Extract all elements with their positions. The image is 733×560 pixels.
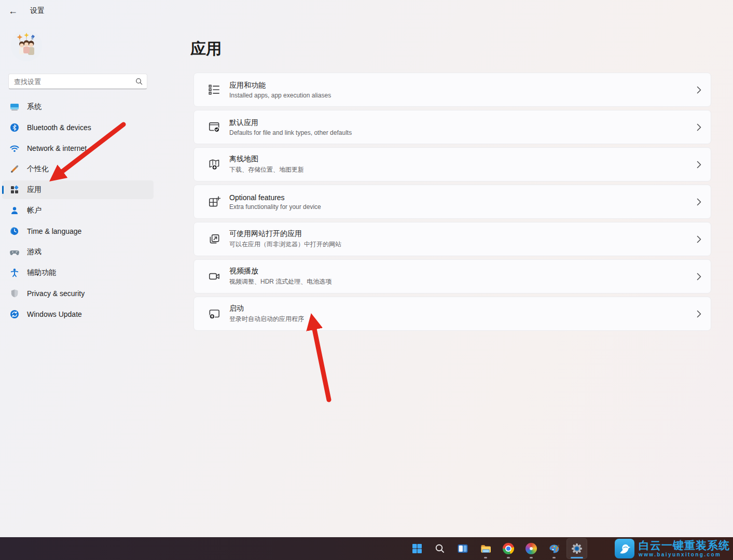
sidebar-item-label: Network & internet (27, 144, 87, 152)
gamepad-icon (9, 247, 20, 257)
sidebar-item-privacy-security[interactable]: Privacy & security (2, 284, 154, 303)
optional-features-icon (208, 195, 221, 208)
sidebar-item-label: 系统 (27, 102, 42, 111)
chevron-right-icon (697, 198, 701, 206)
sidebar-item-system[interactable]: 系统 (2, 97, 154, 116)
sidebar-item-network-internet[interactable]: Network & internet (2, 139, 154, 158)
row-title: 默认应用 (229, 118, 352, 128)
row-title: 视频播放 (229, 267, 331, 276)
sidebar-item-label: 个性化 (27, 164, 49, 174)
taskbar-search-button[interactable] (430, 538, 450, 559)
sidebar-item-accounts[interactable]: 帐户 (2, 201, 154, 220)
shield-icon (9, 288, 20, 299)
apps-features-list-icon (208, 83, 221, 96)
chevron-right-icon (697, 235, 701, 243)
sidebar-item-label: Bluetooth & devices (27, 123, 91, 132)
sidebar-item-label: Privacy & security (27, 289, 85, 298)
watermark: 白云一键重装系统 www.baiyunxitong.com (615, 537, 730, 560)
startup-icon (208, 307, 221, 320)
running-app-indicator (552, 557, 556, 558)
sidebar-item-label: 帐户 (27, 206, 42, 215)
row-title: 可使用网站打开的应用 (229, 229, 341, 239)
row-title: 应用和功能 (229, 81, 331, 90)
file-explorer-button[interactable] (475, 538, 496, 559)
sidebar-item-label: 游戏 (27, 247, 42, 257)
running-app-indicator (507, 557, 510, 558)
row-video-playback[interactable]: 视频播放 视频调整、HDR 流式处理、电池选项 (193, 259, 711, 293)
user-avatar[interactable] (11, 30, 42, 61)
row-title: 离线地图 (229, 155, 304, 164)
taskbar: 白云一键重装系统 www.baiyunxitong.com (0, 537, 733, 560)
row-title: Optional features (229, 193, 321, 202)
chevron-right-icon (697, 86, 701, 94)
row-default-apps[interactable]: 默认应用 Defaults for file and link types, o… (193, 110, 711, 144)
default-apps-icon (208, 120, 221, 134)
system-icon (9, 102, 20, 112)
settings-rows: 应用和功能 Installed apps, app execution alia… (193, 73, 711, 334)
chrome-button[interactable] (498, 538, 519, 559)
page-title: 应用 (190, 38, 222, 60)
clock-icon (9, 226, 20, 236)
sidebar-item-label: 应用 (27, 185, 42, 194)
watermark-title: 白云一键重装系统 (639, 540, 730, 551)
sidebar-item-windows-update[interactable]: Windows Update (2, 305, 154, 324)
search-input[interactable] (14, 78, 135, 86)
task-view-button[interactable] (452, 538, 473, 559)
sidebar-item-bluetooth-devices[interactable]: Bluetooth & devices (2, 118, 154, 137)
taskbar-icons (406, 537, 588, 560)
sidebar-item-label: 辅助功能 (27, 268, 56, 277)
row-apps-and-features[interactable]: 应用和功能 Installed apps, app execution alia… (193, 73, 711, 107)
wifi-icon (9, 143, 20, 153)
pinwheel-browser-button[interactable] (521, 538, 542, 559)
watermark-text: 白云一键重装系统 www.baiyunxitong.com (639, 540, 730, 557)
titlebar: ← 设置 (8, 6, 45, 16)
window-title: 设置 (30, 6, 45, 16)
sidebar-item-label: Windows Update (27, 310, 82, 318)
settings-search-box[interactable] (8, 74, 147, 89)
paint-app-button[interactable] (544, 538, 564, 559)
search-icon (135, 78, 143, 85)
chevron-right-icon (697, 161, 701, 169)
row-optional-features[interactable]: Optional features Extra functionality fo… (193, 185, 711, 219)
sidebar-item-time-language[interactable]: Time & language (2, 222, 154, 241)
running-app-indicator (484, 557, 487, 558)
sidebar-item-accessibility[interactable]: 辅助功能 (2, 263, 154, 282)
offline-maps-icon (208, 158, 221, 171)
row-apps-for-websites[interactable]: 可使用网站打开的应用 可以在应用（而非浏览器）中打开的网站 (193, 222, 711, 256)
active-app-indicator (571, 557, 583, 558)
sidebar-item-apps[interactable]: 应用 (2, 180, 154, 199)
settings-app-button[interactable] (566, 538, 587, 559)
sidebar-item-gaming[interactable]: 游戏 (2, 243, 154, 261)
paint-palette-icon (548, 543, 560, 555)
chevron-right-icon (697, 273, 701, 281)
running-app-indicator (530, 557, 533, 558)
back-button[interactable]: ← (8, 6, 18, 16)
row-subtitle: 可以在应用（而非浏览器）中打开的网站 (229, 240, 341, 249)
accessibility-person-icon (9, 268, 20, 278)
chrome-icon (503, 543, 514, 554)
row-subtitle: Defaults for file and link types, other … (229, 129, 352, 136)
sidebar-item-personalization[interactable]: 个性化 (2, 160, 154, 178)
row-subtitle: 登录时自动启动的应用程序 (229, 315, 304, 324)
chevron-right-icon (697, 123, 701, 131)
taskbar-search-icon (434, 543, 446, 554)
personalization-brush-icon (9, 164, 20, 174)
file-explorer-icon (480, 543, 492, 555)
avatar-cartoon (11, 30, 42, 61)
accounts-person-icon (9, 205, 20, 216)
row-startup[interactable]: 启动 登录时自动启动的应用程序 (193, 297, 711, 331)
start-button[interactable] (407, 538, 427, 559)
watermark-bird-logo (615, 539, 634, 558)
row-title: 启动 (229, 304, 304, 313)
apps-icon (9, 185, 20, 195)
row-subtitle: Extra functionality for your device (229, 203, 321, 211)
settings-gear-icon (571, 542, 583, 555)
task-view-icon (457, 543, 468, 554)
pinwheel-browser-icon (525, 543, 537, 554)
row-subtitle: Installed apps, app execution aliases (229, 92, 331, 99)
row-subtitle: 下载、存储位置、地图更新 (229, 165, 304, 174)
row-offline-maps[interactable]: 离线地图 下载、存储位置、地图更新 (193, 147, 711, 181)
apps-for-websites-icon (208, 232, 221, 246)
windows-update-icon (9, 309, 20, 319)
settings-sidebar: 系统 Bluetooth & devices Network & interne… (2, 95, 154, 326)
